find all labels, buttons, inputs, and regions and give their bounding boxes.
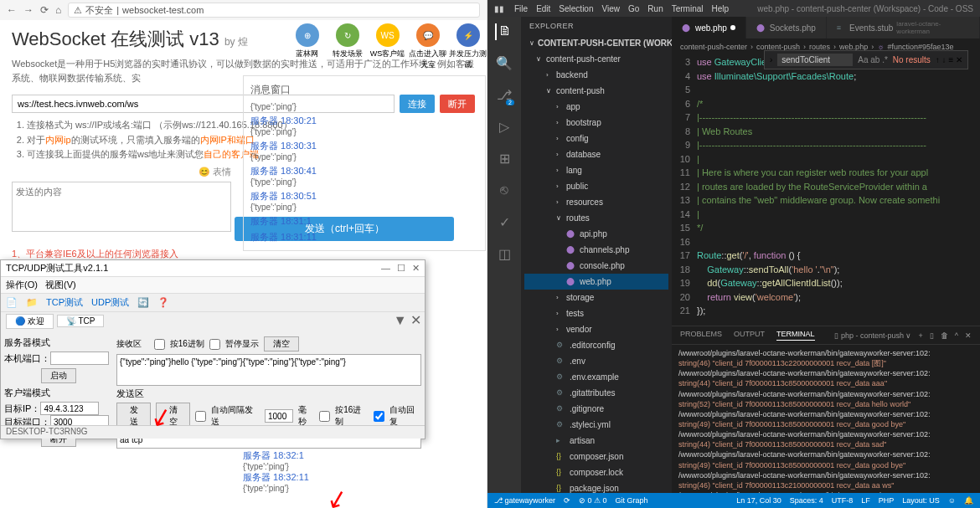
workspace-root[interactable]: ∨CONTENT-PUSH-CENTER (WORKSPACE)	[524, 35, 668, 51]
back-icon[interactable]: ←	[7, 4, 17, 16]
docker-icon[interactable]: ◫	[496, 246, 513, 263]
tree-file[interactable]: ▸artisan	[524, 433, 668, 449]
scm-icon[interactable]: ⎇2	[496, 87, 513, 104]
udp-test-link[interactable]: UDP测试	[91, 296, 129, 309]
terminal-add-icon[interactable]: +	[919, 331, 923, 340]
tree-file[interactable]: ⚙.gitattributes	[524, 385, 668, 401]
new-icon[interactable]: 📄	[6, 297, 18, 308]
menu-selection[interactable]: Selection	[559, 4, 593, 13]
tab-welcome[interactable]: 🔵 欢迎	[6, 314, 54, 329]
terminal-max-icon[interactable]: ^	[955, 331, 958, 340]
indentation[interactable]: Spaces: 4	[790, 496, 823, 505]
editor[interactable]: 3456789101112131415161718192021 use Gate…	[672, 55, 980, 326]
tree-folder[interactable]: ›resources	[524, 194, 668, 210]
help-icon[interactable]: ❓	[157, 297, 169, 308]
bell-icon[interactable]: 🔔	[964, 496, 973, 505]
local-port-input[interactable]	[50, 351, 109, 365]
recv-textarea[interactable]: {"type":"ping"}hello {"type":"ping"}{"ty…	[116, 354, 421, 386]
tree-file[interactable]: ⚙.editorconfig	[524, 337, 668, 353]
menu-operation[interactable]: 操作(O)	[6, 280, 38, 290]
tab-tcp[interactable]: 📡 TCP	[57, 315, 105, 327]
tree-file[interactable]: ⬤console.php	[524, 258, 668, 274]
remote-icon[interactable]: ⎋	[496, 182, 513, 199]
terminal-dropdown[interactable]: ▯ php - content-push ∨	[834, 331, 911, 340]
nav-chat[interactable]: 💬点击进入聊天室	[409, 23, 446, 70]
test-icon[interactable]: ✓	[496, 214, 513, 231]
hex-recv-checkbox[interactable]	[154, 339, 165, 350]
menu-view[interactable]: View	[602, 4, 621, 13]
tree-folder[interactable]: ›public	[524, 178, 668, 194]
output-tab[interactable]: OUTPUT	[734, 330, 765, 341]
tree-file[interactable]: ⚙.styleci.yml	[524, 417, 668, 433]
tab-events[interactable]: ≡Events.stub laravel-octane-workerman	[827, 17, 980, 38]
hex-send-checkbox[interactable]	[319, 411, 330, 422]
terminal-close-icon[interactable]: ✕	[965, 331, 972, 340]
clear-recv-button[interactable]: 清空	[264, 336, 299, 351]
nav-stress[interactable]: ⚡并发压力测试	[449, 23, 487, 70]
tree-file[interactable]: ⚙.env	[524, 353, 668, 369]
tree-file[interactable]: ⬤channels.php	[524, 242, 668, 258]
terminal-trash-icon[interactable]: 🗑	[941, 331, 948, 340]
tree-file-active[interactable]: ⬤web.php	[524, 274, 668, 290]
encoding[interactable]: UTF-8	[832, 496, 854, 505]
terminal-split-icon[interactable]: ▯	[930, 331, 934, 340]
start-button[interactable]: 启动	[41, 368, 76, 383]
debug-icon[interactable]: ▷	[496, 119, 513, 136]
feedback-icon[interactable]: ☺	[948, 496, 956, 505]
nav-lanlin[interactable]: ⊕蓝林网	[288, 23, 326, 70]
menu-edit[interactable]: Edit	[536, 4, 550, 13]
menu-file[interactable]: File	[514, 4, 528, 13]
interval-input[interactable]	[265, 409, 293, 423]
url-field[interactable]: ⚠ 不安全 | websocket-test.com	[68, 3, 480, 18]
language[interactable]: PHP	[879, 496, 895, 505]
forward-icon[interactable]: →	[23, 4, 34, 16]
code-content[interactable]: use GatewayClient\Gateway; use Illuminat…	[697, 55, 980, 326]
tree-file[interactable]: ⚙.env.example	[524, 369, 668, 385]
problems-tab[interactable]: PROBLEMS	[680, 330, 722, 341]
tab-sockets[interactable]: ⬤Sockets.php	[746, 17, 827, 38]
tree-folder[interactable]: ›backend	[524, 67, 668, 83]
find-input[interactable]	[777, 54, 853, 66]
tree-folder[interactable]: ›vendor	[524, 321, 668, 337]
home-icon[interactable]: ⌂	[55, 4, 61, 16]
cursor-pos[interactable]: Ln 17, Col 30	[736, 496, 781, 505]
tree-file[interactable]: {}package.json	[524, 480, 668, 493]
tree-folder[interactable]: ›app	[524, 99, 668, 115]
menu-terminal[interactable]: Terminal	[672, 4, 704, 13]
menu-go[interactable]: Go	[628, 4, 639, 13]
tree-file[interactable]: {}composer.json	[524, 449, 668, 464]
find-widget[interactable]: › Aa ab .* No results ↑ ↓ ≡ ✕	[764, 50, 968, 69]
pause-checkbox[interactable]	[209, 339, 220, 350]
tree-folder[interactable]: ∨content-push-center	[524, 51, 668, 67]
extensions-icon[interactable]: ⊞	[496, 151, 513, 167]
git-graph[interactable]: Git Graph	[616, 496, 648, 505]
menu-run[interactable]: Run	[647, 4, 663, 13]
tab-web[interactable]: ⬤web.php	[672, 17, 746, 38]
auto-reply-checkbox[interactable]	[374, 411, 384, 422]
tree-folder[interactable]: ›tests	[524, 305, 668, 321]
branch-status[interactable]: ⎇ gatewayworker	[494, 496, 555, 505]
menu-help[interactable]: Help	[712, 4, 730, 13]
eol[interactable]: LF	[861, 496, 870, 505]
close-icon[interactable]: ✕	[412, 263, 420, 274]
terminal-output[interactable]: /wwwroot/plugins/laravel-octane-workerma…	[672, 345, 980, 493]
tree-folder[interactable]: ›database	[524, 146, 668, 162]
refresh-icon[interactable]: 🔄	[137, 297, 149, 308]
layout[interactable]: Layout: US	[902, 496, 940, 505]
open-icon[interactable]: 📁	[26, 297, 38, 308]
tree-file[interactable]: ⚙.gitignore	[524, 401, 668, 417]
minimize-icon[interactable]: —	[381, 263, 390, 274]
tree-folder[interactable]: ›config	[524, 131, 668, 146]
explorer-icon[interactable]: 🗎	[495, 23, 512, 40]
tcp-test-link[interactable]: TCP测试	[46, 296, 83, 309]
tree-folder[interactable]: ∨content-push	[524, 83, 668, 99]
nav-client[interactable]: WSWS客户端	[369, 23, 406, 70]
nav-forward[interactable]: ↻转发场景	[328, 23, 366, 70]
tree-file[interactable]: ⬤api.php	[524, 226, 668, 242]
maximize-icon[interactable]: ☐	[397, 263, 405, 274]
tree-folder[interactable]: ›lang	[524, 162, 668, 178]
errors-status[interactable]: ⊘ 0 ⚠ 0	[579, 496, 607, 505]
auto-send-checkbox[interactable]	[195, 411, 206, 422]
tree-file[interactable]: {}composer.lock	[524, 464, 668, 480]
reload-icon[interactable]: ⟳	[40, 4, 49, 16]
